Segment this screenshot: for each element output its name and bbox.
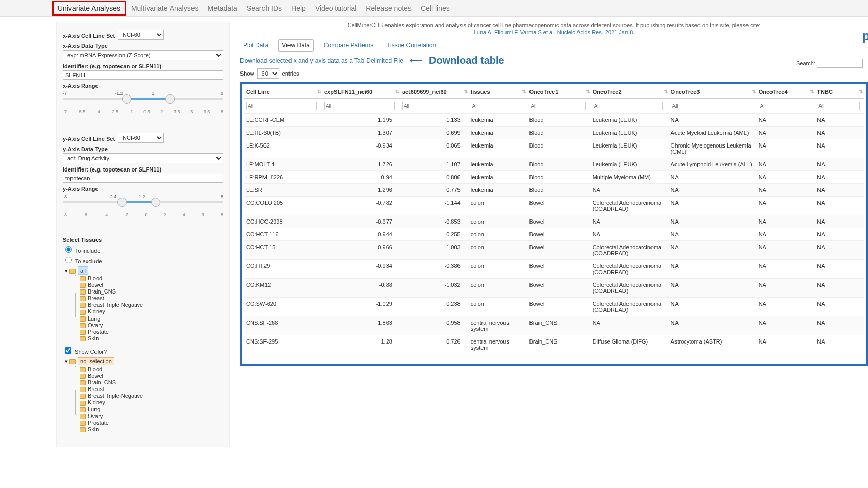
y-cell-line-set-select[interactable]: NCI-60 [118, 133, 164, 143]
show-label-post: entries [282, 70, 299, 77]
nav-item-univariate-analyses[interactable]: Univariate Analyses [52, 1, 126, 16]
download-link[interactable]: Download selected x and y axis data as a… [240, 57, 403, 64]
col-filter-2[interactable] [402, 102, 464, 110]
nav-item-release-notes[interactable]: Release notes [366, 4, 412, 12]
sort-icon: ⇅ [664, 89, 667, 94]
y-identifier-input[interactable] [63, 174, 223, 183]
y-identifier-label: Identifier: (e.g. topotecan or SLFN11) [63, 166, 223, 173]
tissue-item-brain-cns[interactable]: Brain_CNS [80, 379, 223, 385]
x-data-type-select[interactable]: exp: mRNA Expression (Z-Score) [63, 50, 223, 60]
tissue-item-blood[interactable]: Blood [80, 275, 223, 281]
include-radio[interactable] [65, 246, 72, 253]
col-header-oncotree4[interactable]: OncoTree4⇅ [757, 86, 815, 99]
tree-toggle-icon[interactable]: ▾ [65, 267, 68, 274]
folder-icon [80, 316, 86, 322]
tab-plot-data[interactable]: Plot Data [240, 40, 271, 51]
arrow-left-icon: ⟵ [409, 55, 423, 66]
tissue-item-kidney[interactable]: Kidney [80, 399, 223, 405]
tissue-item-ovary[interactable]: Ovary [80, 413, 223, 419]
nav-item-search-ids[interactable]: Search IDs [247, 4, 282, 12]
tab-compare-patterns[interactable]: Compare Patterns [321, 40, 376, 51]
table-cell: CO:COLO 205 [244, 197, 322, 215]
col-filter-6[interactable] [671, 102, 751, 110]
nav-item-video-tutorial[interactable]: Video tutorial [315, 4, 356, 12]
table-cell: NA [757, 127, 815, 139]
table-row: CO:HT29-0.934-0.386colonBowelColorectal … [244, 260, 864, 279]
entries-select[interactable]: 60 [257, 68, 279, 79]
col-filter-4[interactable] [529, 102, 585, 110]
nav-item-multivariate-analyses[interactable]: Multivariate Analyses [131, 4, 199, 12]
citation-link[interactable]: Luna A, Elloumi F, Varma S et al. Nuclei… [474, 29, 635, 35]
tissue-item-breast[interactable]: Breast [80, 386, 223, 392]
col-header-tnbc[interactable]: TNBC⇅ [815, 86, 864, 99]
show-color-checkbox[interactable] [65, 347, 71, 354]
show-label-pre: Show [240, 70, 254, 77]
col-header-cell-line[interactable]: Cell Line⇅ [244, 86, 322, 99]
x-cell-line-set-select[interactable]: NCI-60 [118, 30, 164, 40]
tissue-item-breast[interactable]: Breast [80, 295, 223, 301]
tissue-item-bowel[interactable]: Bowel [80, 282, 223, 288]
tree-toggle-icon[interactable]: ▾ [65, 358, 68, 364]
nav-item-cell-lines[interactable]: Cell lines [421, 4, 450, 12]
table-cell: Leukemia (LEUK) [591, 158, 669, 171]
y-data-type-select[interactable]: act: Drug Activity [63, 153, 223, 163]
tissue-item-skin[interactable]: Skin [80, 335, 223, 341]
table-row: CO:SW-620-1.0290.238colonBowelColorectal… [244, 298, 864, 316]
table-row: CNS:SF-2681.8630.958central nervous syst… [244, 316, 864, 335]
x-range-slider[interactable]: -7-1.238 -7-5.5-4-2.5-10.523.556.58 [63, 91, 223, 114]
nav-item-metadata[interactable]: Metadata [207, 4, 237, 12]
table-cell: NA [669, 279, 757, 298]
folder-icon [69, 269, 76, 274]
nav-item-help[interactable]: Help [291, 4, 306, 12]
col-filter-0[interactable] [246, 102, 317, 110]
col-header-oncotree1[interactable]: OncoTree1⇅ [527, 86, 590, 99]
table-cell: NA [815, 316, 864, 335]
table-cell: Blood [527, 114, 590, 127]
search-input[interactable] [817, 59, 863, 68]
col-filter-7[interactable] [759, 102, 810, 110]
table-cell: LE:SR [244, 184, 322, 197]
tissue-item-prostate[interactable]: Prostate [80, 420, 223, 426]
table-cell: NA [815, 114, 864, 127]
col-header-tissues[interactable]: tissues⇅ [469, 86, 527, 99]
x-identifier-input[interactable] [63, 70, 223, 80]
tissue-item-blood[interactable]: Blood [80, 366, 223, 372]
col-header-expslfn11-nci60[interactable]: expSLFN11_nci60⇅ [322, 86, 400, 99]
tab-view-data[interactable]: View Data [278, 39, 313, 52]
col-filter-1[interactable] [324, 102, 395, 110]
table-cell: colon [469, 260, 527, 279]
y-range-slider[interactable]: -8-2.41.28 -8-6-4-202468 [63, 194, 223, 217]
table-cell: CO:SW-620 [244, 298, 322, 316]
tissue-item-breast-triple-negative[interactable]: Breast Triple Negative [80, 393, 223, 399]
folder-icon [80, 380, 86, 385]
table-cell: 1.107 [400, 158, 469, 171]
tissue-item-prostate[interactable]: Prostate [80, 329, 223, 335]
tissue-item-lung[interactable]: Lung [80, 406, 223, 412]
y-cell-line-set-label: y-Axis Cell Line Set [63, 136, 115, 142]
tab-tissue-correlation[interactable]: Tissue Correlation [383, 40, 439, 51]
tissue-item-lung[interactable]: Lung [80, 315, 223, 322]
table-row: LE:CCRF-CEM1.1951.133leukemiaBloodLeukem… [244, 114, 864, 127]
tree-root-noselection[interactable]: no_selection [78, 357, 114, 365]
table-cell: Blood [527, 171, 590, 184]
col-header-oncotree3[interactable]: OncoTree3⇅ [669, 86, 757, 99]
table-cell: 0.958 [400, 316, 469, 335]
tissue-item-bowel[interactable]: Bowel [80, 373, 223, 379]
folder-icon [80, 374, 86, 379]
col-filter-3[interactable] [471, 102, 522, 110]
tree-root-all[interactable]: all [78, 266, 88, 275]
col-filter-8[interactable] [817, 102, 859, 110]
tissue-item-ovary[interactable]: Ovary [80, 322, 223, 328]
col-filter-5[interactable] [593, 102, 663, 110]
col-header-act609699-nci60[interactable]: act609699_nci60⇅ [400, 86, 469, 99]
tissue-item-kidney[interactable]: Kidney [80, 308, 223, 314]
tissue-item-skin[interactable]: Skin [80, 426, 223, 432]
folder-icon [80, 303, 86, 308]
tissue-item-brain-cns[interactable]: Brain_CNS [80, 288, 223, 295]
col-header-oncotree2[interactable]: OncoTree2⇅ [591, 86, 669, 99]
tissue-item-breast-triple-negative[interactable]: Breast Triple Negative [80, 302, 223, 308]
x-cell-line-set-label: x-Axis Cell Line Set [63, 33, 115, 39]
folder-icon [80, 421, 86, 426]
exclude-radio[interactable] [65, 257, 72, 263]
folder-icon [80, 414, 86, 419]
